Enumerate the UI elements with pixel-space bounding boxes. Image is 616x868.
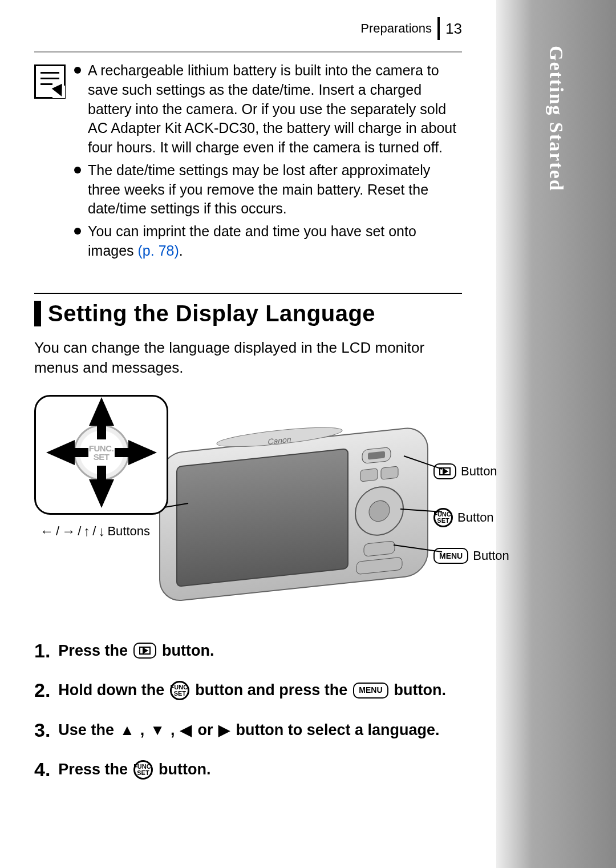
arrow-left-icon <box>46 440 75 465</box>
side-tab-label: Getting Started <box>545 46 567 192</box>
svg-rect-1 <box>177 449 348 587</box>
note-item: A rechargeable lithium battery is built … <box>74 61 462 158</box>
funcset-button-label: FUNC.SET Button <box>433 508 494 527</box>
camera-illustration: Canon <box>154 415 451 609</box>
arrow-right-icon <box>128 440 157 465</box>
camera-diagram: FUNC.SET ←/ →/ ↑/ ↓ Buttons <box>34 395 479 617</box>
funcset-ring-label: FUNC.SET <box>89 444 114 461</box>
arrow-right-icon: ▶ <box>218 720 230 740</box>
arrows-buttons-word: Buttons <box>107 524 150 539</box>
menu-button-label: MENU Button <box>433 548 509 564</box>
section-title: Setting the Display Language <box>48 301 375 326</box>
step-item: 4. Press the FUNC.SET button. <box>34 756 462 784</box>
page-header: Preparations 13 <box>34 17 462 40</box>
arrow-left-icon: ◀ <box>180 720 192 740</box>
arrow-down-icon: ▼ <box>150 720 165 740</box>
arrow-down-icon <box>89 479 114 508</box>
step-number: 2. <box>34 677 50 704</box>
dpad-callout: FUNC.SET <box>34 395 168 515</box>
step-item: 2. Hold down the FUNC.SET button and pre… <box>34 677 462 704</box>
note-text: The date/time settings may be lost after… <box>88 162 430 217</box>
arrow-right-icon: → <box>62 523 75 539</box>
side-tab: Getting Started <box>496 0 616 868</box>
playback-button-label: Button <box>433 463 497 479</box>
section-rule <box>34 293 462 294</box>
step-number: 1. <box>34 637 50 665</box>
note-box: A rechargeable lithium battery is built … <box>34 61 462 264</box>
arrow-left-icon: ← <box>40 523 54 539</box>
section-intro: You can change the language displayed in… <box>34 338 462 378</box>
arrow-down-icon: ↓ <box>98 523 105 539</box>
section-heading: Setting the Display Language <box>34 301 462 326</box>
header-section-label: Preparations <box>360 21 432 36</box>
note-text: A rechargeable lithium battery is built … <box>88 62 456 155</box>
menu-icon: MENU <box>433 548 468 564</box>
svg-rect-4 <box>360 468 378 481</box>
step-item: 1. Press the button. <box>34 637 462 665</box>
step-number: 4. <box>34 756 50 784</box>
page-ref-link[interactable]: (p. 78) <box>138 243 179 259</box>
funcset-icon: FUNC.SET <box>133 760 153 780</box>
step-text: or <box>197 720 213 741</box>
page-number: 13 <box>445 20 462 38</box>
step-text: button and press the <box>195 680 347 701</box>
memo-icon <box>34 64 66 99</box>
step-text: button. <box>394 680 446 701</box>
step-text: Use the <box>58 720 114 741</box>
playback-icon <box>433 463 456 479</box>
heading-bar <box>34 301 41 326</box>
step-number: 3. <box>34 717 50 744</box>
note-list: A rechargeable lithium battery is built … <box>74 61 462 264</box>
playback-icon <box>133 643 156 659</box>
arrow-up-icon: ↑ <box>83 523 90 539</box>
page-content: Preparations 13 A rechargeable lithium b… <box>0 0 496 830</box>
menu-icon: MENU <box>353 683 388 699</box>
arrow-up-icon: ▲ <box>120 720 135 740</box>
label-word: Button <box>473 548 509 563</box>
funcset-icon: FUNC.SET <box>170 681 189 700</box>
step-text: Press the <box>58 759 128 781</box>
funcset-icon: FUNC.SET <box>433 508 453 527</box>
dpad-icon: FUNC.SET <box>59 410 144 495</box>
label-word: Button <box>461 464 497 479</box>
note-suffix: . <box>179 243 183 259</box>
step-text: button to select a language. <box>236 720 439 741</box>
label-word: Button <box>457 510 494 525</box>
header-separator <box>437 17 440 40</box>
arrow-up-icon <box>89 397 114 426</box>
steps-list: 1. Press the button.2. Hold down the FUN… <box>34 637 462 784</box>
divider <box>34 51 462 53</box>
step-text: Hold down the <box>58 680 164 701</box>
svg-rect-5 <box>381 466 398 479</box>
arrows-buttons-label: ←/ →/ ↑/ ↓ Buttons <box>40 523 150 539</box>
step-text: , <box>171 720 175 741</box>
step-text: button. <box>162 640 214 662</box>
note-item: You can imprint the date and time you ha… <box>74 222 462 261</box>
note-text: You can imprint the date and time you ha… <box>88 223 416 259</box>
step-item: 3. Use the ▲, ▼, ◀ or ▶ button to select… <box>34 717 462 744</box>
step-text: button. <box>159 759 210 781</box>
step-text: , <box>140 720 145 741</box>
note-item: The date/time settings may be lost after… <box>74 161 462 219</box>
step-text: Press the <box>58 640 128 662</box>
